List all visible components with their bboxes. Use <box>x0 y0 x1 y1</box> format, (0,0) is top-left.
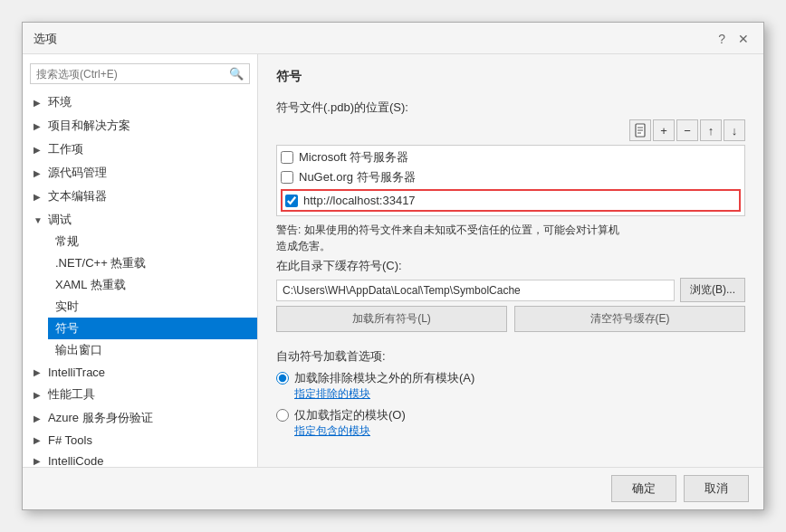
close-icon[interactable]: ✕ <box>734 30 752 48</box>
sidebar-item-label: 常规 <box>55 233 79 250</box>
arrow-icon: ▶ <box>34 367 44 377</box>
arrow-icon: ▶ <box>34 98 44 108</box>
radio-specified-label: 仅加载指定的模块(O) <box>294 407 406 423</box>
browse-button[interactable]: 浏览(B)... <box>680 278 745 302</box>
server-localhost-checkbox[interactable] <box>285 195 298 207</box>
ok-button[interactable]: 确定 <box>611 475 676 502</box>
search-icon: 🔍 <box>229 67 244 81</box>
clear-cache-button[interactable]: 清空符号缓存(E) <box>514 306 745 332</box>
cache-row: 浏览(B)... <box>276 278 745 302</box>
dialog-title: 选项 <box>34 31 57 47</box>
sidebar-item-intellitrace[interactable]: ▶ IntelliTrace <box>23 363 257 382</box>
tree-perf: ▶ 性能工具 <box>23 384 257 405</box>
server-ms-label: Microsoft 符号服务器 <box>299 149 408 166</box>
sidebar-item-label: IntelliCode <box>48 454 103 467</box>
sidebar-item-label: 源代码管理 <box>48 165 107 181</box>
sidebar-item-workspace[interactable]: ▶ 工作项 <box>23 138 257 160</box>
section-title: 符号 <box>276 69 745 85</box>
sidebar-item-label: .NET/C++ 热重载 <box>55 255 146 271</box>
main-panel: 符号 符号文件(.pdb)的位置(S): + − ↑ <box>258 54 763 467</box>
radio-specified-row: 仅加载指定的模块(O) <box>276 407 745 423</box>
sidebar-item-debug-realtime[interactable]: 实时 <box>48 296 257 318</box>
auto-load-title: 自动符号加载首选项: <box>276 348 745 365</box>
cancel-button[interactable]: 取消 <box>684 475 749 502</box>
arrow-icon: ▶ <box>34 413 44 423</box>
help-icon[interactable]: ? <box>714 30 729 48</box>
tree-intellitrace: ▶ IntelliTrace <box>23 363 257 382</box>
sidebar-item-label: F# Tools <box>48 433 92 447</box>
tree-fsharp: ▶ F# Tools <box>23 431 257 450</box>
sidebar-item-fsharp[interactable]: ▶ F# Tools <box>23 431 257 450</box>
add-btn[interactable]: + <box>653 119 675 141</box>
sidebar-item-debug-general[interactable]: 常规 <box>48 231 257 252</box>
up-btn[interactable]: ↑ <box>700 119 722 141</box>
search-input[interactable] <box>36 68 229 81</box>
symbol-files-label: 符号文件(.pdb)的位置(S): <box>276 100 745 116</box>
sidebar-item-env[interactable]: ▶ 环境 <box>23 91 257 113</box>
sidebar-item-debug-symbol[interactable]: 符号 <box>48 318 257 339</box>
toolbar-row: + − ↑ ↓ <box>276 119 745 141</box>
include-link[interactable]: 指定包含的模块 <box>294 424 370 437</box>
page-btn[interactable] <box>629 119 651 141</box>
arrow-icon: ▶ <box>34 145 44 155</box>
sidebar-item-label: 调试 <box>48 212 72 228</box>
server-ms-row: Microsoft 符号服务器 <box>281 149 741 166</box>
auto-load-section: 自动符号加载首选项: 加载除排除模块之外的所有模块(A) 指定排除的模块 <box>276 341 745 439</box>
action-row: 加载所有符号(L) 清空符号缓存(E) <box>276 306 745 332</box>
sidebar-item-label: XAML 热重载 <box>55 277 126 293</box>
sidebar-item-debug-xaml[interactable]: XAML 热重载 <box>48 274 257 296</box>
debug-children: 常规 .NET/C++ 热重载 XAML 热重载 实时 符号 <box>23 231 257 361</box>
radio-specified-group: 仅加载指定的模块(O) 指定包含的模块 <box>276 407 745 439</box>
tree-env: ▶ 环境 <box>23 91 257 113</box>
remove-btn[interactable]: − <box>676 119 698 141</box>
radio-all-input[interactable] <box>276 372 289 385</box>
search-box[interactable]: 🔍 <box>30 63 250 84</box>
server-localhost-label: http://localhost:33417 <box>303 194 416 207</box>
server-localhost-row: http://localhost:33417 <box>281 189 741 212</box>
arrow-icon: ▶ <box>34 456 44 466</box>
tree-workspace: ▶ 工作项 <box>23 138 257 160</box>
sidebar-item-azure[interactable]: ▶ Azure 服务身份验证 <box>23 407 257 429</box>
sidebar-item-label: 文本编辑器 <box>48 188 107 204</box>
exclude-link[interactable]: 指定排除的模块 <box>294 387 370 400</box>
server-nuget-row: NuGet.org 符号服务器 <box>281 169 741 185</box>
sidebar-item-project[interactable]: ▶ 项目和解决方案 <box>23 115 257 137</box>
sidebar-item-debug-output[interactable]: 输出窗口 <box>48 339 257 361</box>
arrow-icon: ▶ <box>34 435 44 445</box>
tree-project: ▶ 项目和解决方案 <box>23 115 257 137</box>
cache-path-input[interactable] <box>276 280 675 301</box>
sidebar-item-perf[interactable]: ▶ 性能工具 <box>23 384 257 405</box>
tree-intellicode: ▶ IntelliCode <box>23 451 257 467</box>
down-btn[interactable]: ↓ <box>724 119 745 141</box>
sidebar-item-label: IntelliTrace <box>48 366 105 379</box>
sidebar-item-source[interactable]: ▶ 源代码管理 <box>23 162 257 184</box>
sidebar-item-label: 性能工具 <box>48 386 95 403</box>
sidebar: 🔍 ▶ 环境 ▶ 项目和解决方案 ▶ 工作项 <box>23 54 258 467</box>
server-nuget-label: NuGet.org 符号服务器 <box>299 169 416 185</box>
load-all-button[interactable]: 加载所有符号(L) <box>276 306 507 332</box>
arrow-icon: ▶ <box>34 121 44 131</box>
sidebar-item-label: 符号 <box>55 320 79 337</box>
sidebar-item-debug[interactable]: ▼ 调试 <box>23 209 257 231</box>
warning-text: 警告: 如果使用的符号文件来自未知或不受信任的位置，可能会对计算机造成危害。 <box>276 222 745 254</box>
sidebar-item-label: Azure 服务身份验证 <box>48 410 153 426</box>
radio-all-group: 加载除排除模块之外的所有模块(A) 指定排除的模块 <box>276 370 745 402</box>
sidebar-item-label: 输出窗口 <box>55 342 102 358</box>
tree-text: ▶ 文本编辑器 <box>23 185 257 207</box>
tree-debug: ▼ 调试 常规 .NET/C++ 热重载 XAML 热重载 实时 <box>23 209 257 361</box>
radio-specified-input[interactable] <box>276 409 289 422</box>
sidebar-item-label: 实时 <box>55 299 79 315</box>
tree-source: ▶ 源代码管理 <box>23 162 257 184</box>
sidebar-item-label: 环境 <box>48 94 72 110</box>
dialog-footer: 确定 取消 <box>23 467 763 509</box>
sidebar-item-debug-net[interactable]: .NET/C++ 热重载 <box>48 252 257 274</box>
sidebar-item-label: 项目和解决方案 <box>48 118 130 134</box>
arrow-icon: ▶ <box>34 192 44 202</box>
radio-group: 加载除排除模块之外的所有模块(A) 指定排除的模块 仅加载指定的模块(O) 指定… <box>276 370 745 439</box>
server-ms-checkbox[interactable] <box>281 151 293 164</box>
options-dialog: 选项 ? ✕ 🔍 ▶ 环境 ▶ 项目和解决方案 <box>22 22 764 510</box>
sidebar-item-intellicode[interactable]: ▶ IntelliCode <box>23 451 257 467</box>
server-nuget-checkbox[interactable] <box>281 171 293 184</box>
sidebar-item-text[interactable]: ▶ 文本编辑器 <box>23 185 257 207</box>
tree-azure: ▶ Azure 服务身份验证 <box>23 407 257 429</box>
